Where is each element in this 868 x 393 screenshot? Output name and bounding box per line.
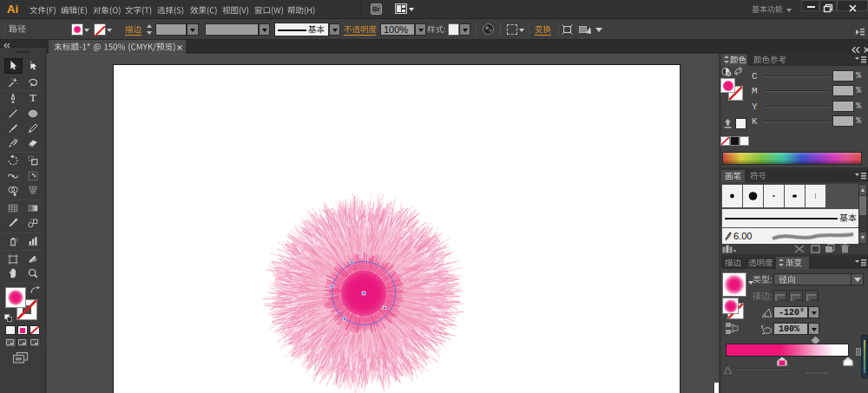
svg-text:T: T <box>30 92 36 104</box>
